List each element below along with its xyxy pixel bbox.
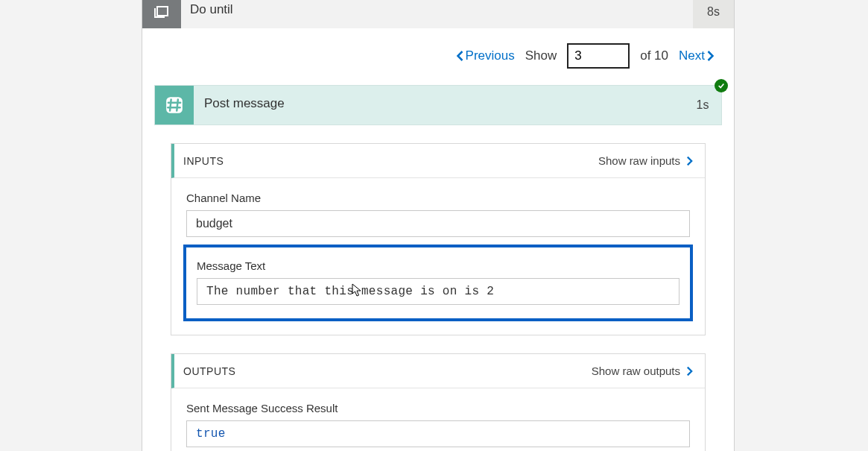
post-message-header[interactable]: Post message 1s	[154, 85, 722, 125]
svg-rect-1	[166, 97, 183, 113]
iteration-input[interactable]	[567, 43, 630, 69]
message-text-value: The number that this message is on is 2	[197, 278, 679, 305]
svg-line-2	[170, 99, 171, 110]
sent-success-label: Sent Message Success Result	[186, 402, 690, 414]
show-label: Show	[525, 48, 557, 63]
show-raw-outputs-label: Show raw outputs	[592, 365, 680, 377]
iteration-total: of 10	[640, 48, 668, 63]
do-until-header[interactable]: Do until 8s	[142, 0, 734, 28]
outputs-title: OUTPUTS	[183, 365, 235, 377]
previous-label: Previous	[466, 48, 515, 63]
chevron-right-icon	[686, 156, 693, 166]
show-raw-outputs-link[interactable]: Show raw outputs	[592, 365, 693, 377]
post-message-action: Post message 1s	[154, 85, 722, 125]
channel-name-label: Channel Name	[186, 192, 690, 204]
channel-name-value: budget	[186, 210, 690, 237]
inputs-panel: INPUTS Show raw inputs Channel Name budg…	[171, 143, 706, 335]
next-label: Next	[679, 48, 705, 63]
previous-button[interactable]: Previous	[456, 48, 515, 63]
do-until-duration: 8s	[693, 0, 734, 28]
show-raw-inputs-link[interactable]: Show raw inputs	[598, 154, 693, 167]
inputs-title: INPUTS	[183, 155, 224, 167]
next-button[interactable]: Next	[679, 48, 715, 63]
post-message-duration: 1s	[684, 86, 721, 124]
do-until-card: Do until 8s Previous Show of 10 Next	[142, 0, 735, 451]
outputs-panel: OUTPUTS Show raw outputs Sent Message Su…	[171, 353, 706, 451]
message-text-label: Message Text	[197, 259, 679, 272]
message-text-highlight: Message Text The number that this messag…	[183, 245, 693, 321]
post-message-title: Post message	[194, 86, 684, 124]
show-raw-inputs-label: Show raw inputs	[598, 154, 680, 167]
do-until-title: Do until	[181, 0, 693, 28]
svg-line-3	[177, 99, 178, 110]
iteration-pager: Previous Show of 10 Next	[142, 28, 734, 79]
sent-success-value: true	[186, 420, 690, 447]
hash-icon	[155, 86, 194, 124]
success-badge-icon	[715, 79, 728, 92]
do-until-icon	[142, 0, 181, 28]
chevron-right-icon	[686, 366, 693, 376]
svg-rect-0	[157, 7, 168, 16]
